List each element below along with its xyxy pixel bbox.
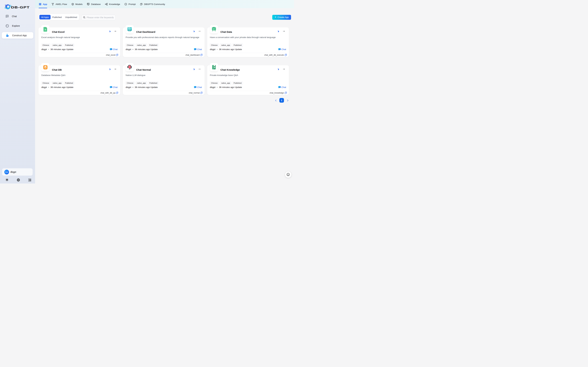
svg-text:SQL: SQL <box>88 3 89 4</box>
svg-text:DB-GPT: DB-GPT <box>11 6 30 9</box>
svg-text:X: X <box>45 29 46 31</box>
